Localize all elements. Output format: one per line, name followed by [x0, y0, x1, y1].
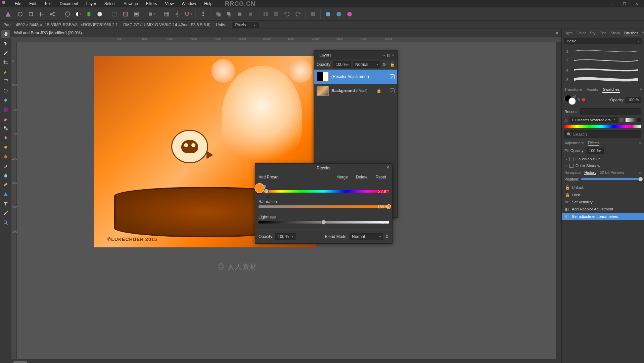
deselect-icon[interactable] [121, 9, 130, 19]
menu-file[interactable]: File [14, 1, 22, 7]
merge-button[interactable]: Merge [334, 174, 351, 180]
layer-opacity-dropdown[interactable]: 100 % [333, 61, 351, 68]
bw-icon[interactable] [74, 9, 83, 19]
history-item-add-recolor[interactable]: ◧Add Recolor Adjustment [562, 205, 644, 213]
menu-document[interactable]: Document [59, 1, 79, 7]
burn-tool-icon[interactable] [1, 153, 10, 161]
swatch-search-input[interactable] [573, 132, 639, 137]
menu-help[interactable]: Help [203, 1, 213, 7]
flip-v-icon[interactable] [272, 9, 281, 19]
tab-stock[interactable]: Stock [610, 30, 621, 36]
swatch-opacity-value[interactable]: 100 % [626, 97, 641, 103]
heal-tool-icon[interactable] [1, 134, 10, 142]
move-tool-icon[interactable] [1, 40, 10, 48]
open-icon[interactable] [26, 9, 36, 19]
layer-gear-icon[interactable]: ⚙ [382, 62, 388, 67]
window-close-icon[interactable]: ✕ [632, 2, 641, 6]
palette-grid-icon[interactable] [619, 118, 624, 122]
panel-undock-icon[interactable]: ◧ [387, 53, 390, 57]
zoom-tool-icon[interactable] [1, 218, 10, 227]
ruler-horizontal[interactable]: 0 500 1000 1500 2000 2500 3000 3500 4000… [11, 37, 561, 42]
palette-list-icon[interactable] [637, 118, 641, 122]
swatch-search[interactable]: 🔍 [564, 130, 641, 138]
panel-menu-icon[interactable]: ≡ [640, 87, 642, 93]
share-icon[interactable] [48, 9, 57, 19]
pan-tool-icon[interactable] [1, 30, 10, 38]
blur-tool-icon[interactable] [1, 171, 10, 179]
delete-button[interactable]: Delete [353, 174, 370, 180]
hue-icon[interactable] [84, 9, 94, 19]
new-doc-icon[interactable] [15, 9, 25, 19]
layer-lock-icon[interactable]: 🔒 [390, 62, 395, 67]
palette-dropdown[interactable]: TH Master Watercolors [569, 117, 618, 123]
menu-view[interactable]: View [165, 1, 175, 7]
eraser-tool-icon[interactable] [1, 115, 10, 123]
hue-slider[interactable] [259, 190, 389, 194]
menu-filters[interactable]: Filters [145, 1, 158, 7]
panel-menu-icon[interactable]: ≡ [639, 141, 641, 146]
tab-adjustment[interactable]: Adjustment [564, 141, 584, 146]
assistant-icon[interactable] [198, 9, 208, 19]
fx-gaussian-blur[interactable]: ▸Gaussian Blur [562, 156, 644, 162]
layer-blend-dropdown[interactable]: Normal [353, 61, 380, 68]
tab-transform[interactable]: Transform [564, 87, 583, 93]
tab-assets[interactable]: Assets [586, 87, 599, 93]
fx-outer-shadow[interactable]: ▸Outer Shadow [562, 162, 644, 169]
window-maximize-icon[interactable]: ☐ [620, 2, 629, 6]
history-item-set-visibility[interactable]: 👁Set Visibility [562, 199, 644, 205]
tab-histogram[interactable]: Hgm [564, 30, 573, 36]
recent-swatches[interactable] [580, 108, 641, 115]
arrange-fwd-icon[interactable] [235, 9, 244, 19]
brush-category-dropdown[interactable]: Basic [564, 38, 642, 44]
color-wheel-icon[interactable] [63, 9, 72, 19]
menu-layer[interactable]: Layer [86, 1, 97, 7]
swap-colors-icon[interactable]: ↺ [573, 95, 576, 98]
menu-select[interactable]: Select [104, 1, 116, 7]
eyedropper-icon[interactable]: ✎ [577, 97, 581, 102]
palette-gradient-icon[interactable] [625, 118, 635, 122]
bucket-tool-icon[interactable] [1, 96, 10, 104]
layer-row-recolor[interactable]: (Recolor Adjustment) ✓ [314, 70, 397, 84]
menu-arrange[interactable]: Arrange [123, 1, 139, 7]
arrange-bwd-icon[interactable] [246, 9, 255, 19]
fill-opacity-dropdown[interactable]: 100 % [587, 148, 604, 154]
pen-tool-icon[interactable] [1, 49, 10, 57]
eyedropper-tool-icon[interactable] [1, 209, 10, 217]
reset-button[interactable]: Reset [373, 174, 389, 180]
layers-tab[interactable]: Layers [317, 51, 334, 59]
dodge-tool-icon[interactable] [1, 143, 10, 151]
magnet-icon[interactable] [183, 9, 193, 19]
grid-icon[interactable] [162, 9, 171, 19]
recolor-blend-dropdown[interactable]: Normal [350, 233, 383, 240]
ellipse-marquee-icon[interactable] [1, 87, 10, 95]
pen-curve-icon[interactable] [1, 181, 10, 189]
text-tool-icon[interactable] [1, 200, 10, 208]
fx-checkbox[interactable] [569, 164, 573, 168]
ruler-vertical[interactable]: 0 500 1000 1500 2000 2500 3000 3500 [11, 42, 17, 363]
layer-visibility-checkbox[interactable]: ✓ [390, 88, 395, 93]
panel-menu-icon[interactable]: ≡ [639, 170, 641, 175]
arrange-front-icon[interactable] [214, 9, 223, 19]
layer-visibility-checkbox[interactable]: ✓ [390, 74, 395, 79]
fx-checkbox[interactable] [569, 157, 573, 161]
background-color-icon[interactable] [568, 97, 576, 105]
scrollbar-vertical[interactable] [556, 42, 561, 359]
recolor-close-icon[interactable]: ✕ [386, 165, 389, 170]
align-l-icon[interactable] [308, 9, 318, 19]
lightness-slider[interactable] [259, 221, 389, 225]
brush-item[interactable]: 8 [564, 75, 642, 84]
window-minimize-icon[interactable]: — [608, 2, 617, 6]
persona-liquify-icon[interactable] [334, 9, 343, 19]
save-icon[interactable] [37, 9, 46, 19]
brush-item[interactable]: 2 [564, 56, 642, 65]
snap-icon[interactable] [173, 9, 182, 19]
color-wells[interactable]: ↺ [564, 95, 576, 105]
panel-close-icon[interactable]: ✕ [392, 53, 395, 57]
tab-effects[interactable]: Effects [588, 141, 600, 146]
menu-window[interactable]: Window [181, 1, 197, 7]
tab-history[interactable]: History [584, 170, 596, 175]
rotate-r-icon[interactable] [293, 9, 303, 19]
soft-icon[interactable] [95, 9, 104, 19]
gradient-tool-icon[interactable] [1, 106, 10, 114]
recolor-gear-icon[interactable]: ⚙ [385, 234, 389, 239]
